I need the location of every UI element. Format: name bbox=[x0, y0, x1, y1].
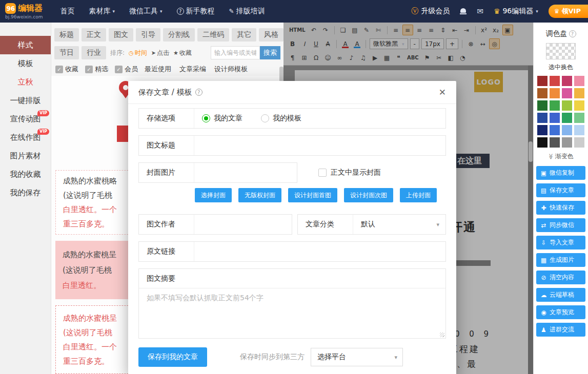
filter-check-2[interactable]: ✓会员 bbox=[115, 65, 138, 74]
help-icon[interactable]: ? bbox=[569, 30, 576, 37]
save-to-articles-button[interactable]: 保存到我的文章 bbox=[138, 347, 207, 367]
sort-option-0[interactable]: ◷时间 bbox=[129, 49, 147, 57]
color-swatch-22[interactable] bbox=[562, 137, 572, 148]
search-button[interactable]: 搜索 bbox=[260, 46, 280, 59]
color-swatch-21[interactable] bbox=[550, 137, 560, 148]
color-swatch-16[interactable] bbox=[537, 125, 548, 135]
radio-my-articles[interactable] bbox=[202, 114, 210, 122]
tab-7[interactable]: 风格 bbox=[259, 28, 283, 41]
color-swatch-7[interactable] bbox=[574, 88, 584, 98]
category-tab-1[interactable]: 行业 bbox=[82, 46, 106, 59]
mail-icon[interactable]: ✉ bbox=[477, 7, 483, 16]
sidebar-item-7[interactable]: 我的收藏 bbox=[0, 165, 51, 183]
resize-handle[interactable] bbox=[440, 333, 444, 337]
gradient-toggle[interactable]: ≫ 渐变色 bbox=[548, 152, 574, 161]
article-title-input[interactable] bbox=[202, 136, 445, 155]
sidebar-item-1[interactable]: 模板 bbox=[0, 54, 51, 73]
color-swatch-13[interactable] bbox=[550, 113, 560, 123]
close-icon[interactable]: ✕ bbox=[439, 87, 446, 97]
nav-item-4[interactable]: ✎排版培训 bbox=[229, 7, 265, 16]
color-swatch-8[interactable] bbox=[537, 100, 548, 111]
wechat-copy-button[interactable]: ▣微信复制 bbox=[536, 166, 585, 180]
color-swatch-5[interactable] bbox=[550, 88, 560, 98]
cover-button-0[interactable]: 选择封面 bbox=[195, 188, 232, 202]
summary-textarea[interactable] bbox=[139, 288, 445, 338]
category-tab-0[interactable]: 节日 bbox=[54, 46, 79, 59]
sidebar-item-4[interactable]: 宣传动图VIP bbox=[0, 110, 51, 128]
show-cover-option[interactable]: 正文中显示封面 bbox=[318, 168, 381, 177]
tab-3[interactable]: 引导 bbox=[136, 28, 160, 41]
clear-content-button[interactable]: ⊘清空内容 bbox=[536, 271, 585, 284]
tab-1[interactable]: 正文 bbox=[82, 28, 106, 41]
tab-0[interactable]: 标题 bbox=[54, 28, 79, 41]
nav-item-1[interactable]: 素材库▾ bbox=[89, 7, 115, 16]
cover-button-1[interactable]: 无版权封面 bbox=[238, 188, 281, 202]
color-swatch-20[interactable] bbox=[537, 137, 548, 148]
sync-wechat-button[interactable]: ⇄同步微信 bbox=[536, 218, 585, 232]
article-preview-button[interactable]: ◉文章预览 bbox=[536, 305, 585, 319]
nav-item-3[interactable]: ?新手教程 bbox=[177, 7, 215, 16]
dialog-help-icon[interactable]: ? bbox=[195, 89, 202, 96]
cover-button-3[interactable]: 设计封面次图 bbox=[344, 188, 393, 202]
color-swatch-23[interactable] bbox=[574, 137, 584, 148]
platform-select[interactable]: 选择平台 ▾ bbox=[311, 348, 403, 366]
import-article-button[interactable]: ⇩导入文章 bbox=[536, 236, 585, 250]
radio-my-articles-label[interactable]: 我的文章 bbox=[214, 114, 242, 123]
filter-check-1[interactable]: ✓精选 bbox=[85, 65, 108, 74]
color-swatch-17[interactable] bbox=[550, 125, 560, 135]
radio-my-templates-label[interactable]: 我的模板 bbox=[273, 114, 301, 123]
color-swatch-10[interactable] bbox=[562, 100, 572, 111]
cover-image-input[interactable] bbox=[202, 163, 297, 182]
account-menu[interactable]: ♛ 96编辑器 ▾ bbox=[494, 7, 538, 16]
color-swatch-1[interactable] bbox=[550, 76, 560, 86]
cover-button-4[interactable]: 上传封面 bbox=[400, 188, 437, 202]
color-swatch-15[interactable] bbox=[574, 113, 584, 123]
logo[interactable]: 96 编辑器 bj.96weixin.com bbox=[5, 3, 43, 19]
show-cover-checkbox[interactable] bbox=[318, 169, 327, 177]
tab-4[interactable]: 分割线 bbox=[163, 28, 195, 41]
sidebar-item-5[interactable]: 在线作图VIP bbox=[0, 128, 51, 147]
tab-6[interactable]: 其它 bbox=[232, 28, 256, 41]
color-swatch-9[interactable] bbox=[550, 100, 560, 111]
sidebar-item-8[interactable]: 我的保存 bbox=[0, 183, 51, 202]
quick-link-0[interactable]: 最近使用 bbox=[145, 65, 171, 74]
color-swatch-18[interactable] bbox=[562, 125, 572, 135]
category-select[interactable]: 文章分类 默认 ▾ bbox=[297, 214, 446, 235]
color-swatch-2[interactable] bbox=[562, 76, 572, 86]
source-link-input[interactable] bbox=[202, 242, 445, 261]
upgrade-membership-button[interactable]: Ⓥ 升级会员 bbox=[411, 7, 450, 16]
quick-save-button[interactable]: ✚快速保存 bbox=[536, 201, 585, 215]
color-swatch-0[interactable] bbox=[537, 76, 548, 86]
color-swatch-4[interactable] bbox=[537, 88, 548, 98]
search-input[interactable] bbox=[211, 46, 260, 59]
save-article-button[interactable]: ▤保存文章 bbox=[536, 183, 585, 197]
radio-my-templates[interactable] bbox=[261, 114, 269, 122]
color-swatch-19[interactable] bbox=[574, 125, 584, 135]
get-vip-button[interactable]: ♛ 领VIP bbox=[549, 5, 588, 18]
color-swatch-6[interactable] bbox=[562, 88, 572, 98]
nav-item-2[interactable]: 微信工具▾ bbox=[129, 7, 163, 16]
group-chat-button[interactable]: ♟进群交流 bbox=[536, 323, 585, 337]
color-swatch-3[interactable] bbox=[574, 76, 584, 86]
sort-option-1[interactable]: ➤点击 bbox=[151, 49, 169, 57]
tab-2[interactable]: 图文 bbox=[109, 28, 133, 41]
color-swatch-14[interactable] bbox=[562, 113, 572, 123]
selected-color-box[interactable] bbox=[546, 43, 576, 59]
cloud-draft-button[interactable]: ☁云端草稿 bbox=[536, 288, 585, 302]
cover-button-2[interactable]: 设计封面首图 bbox=[288, 188, 337, 202]
color-swatch-12[interactable] bbox=[537, 113, 548, 123]
quick-link-1[interactable]: 文章采编 bbox=[179, 65, 206, 74]
filter-check-0[interactable]: ✓收藏 bbox=[55, 65, 78, 74]
nav-item-0[interactable]: 首页 bbox=[60, 7, 75, 16]
sort-option-2[interactable]: ★收藏 bbox=[173, 49, 192, 57]
sidebar-item-0[interactable]: 样式 bbox=[0, 36, 51, 54]
author-input[interactable] bbox=[202, 215, 296, 234]
sidebar-item-2[interactable]: 立秋 bbox=[0, 73, 51, 91]
tab-5[interactable]: 二维码 bbox=[197, 28, 229, 41]
generate-image-button[interactable]: ▦生成图片 bbox=[536, 253, 585, 267]
sidebar-item-3[interactable]: 一键排版 bbox=[0, 91, 51, 110]
color-swatch-11[interactable] bbox=[574, 100, 584, 111]
quick-link-2[interactable]: 设计师模板 bbox=[214, 65, 248, 74]
sidebar-item-6[interactable]: 图片素材 bbox=[0, 147, 51, 165]
bell-icon[interactable] bbox=[460, 8, 467, 14]
